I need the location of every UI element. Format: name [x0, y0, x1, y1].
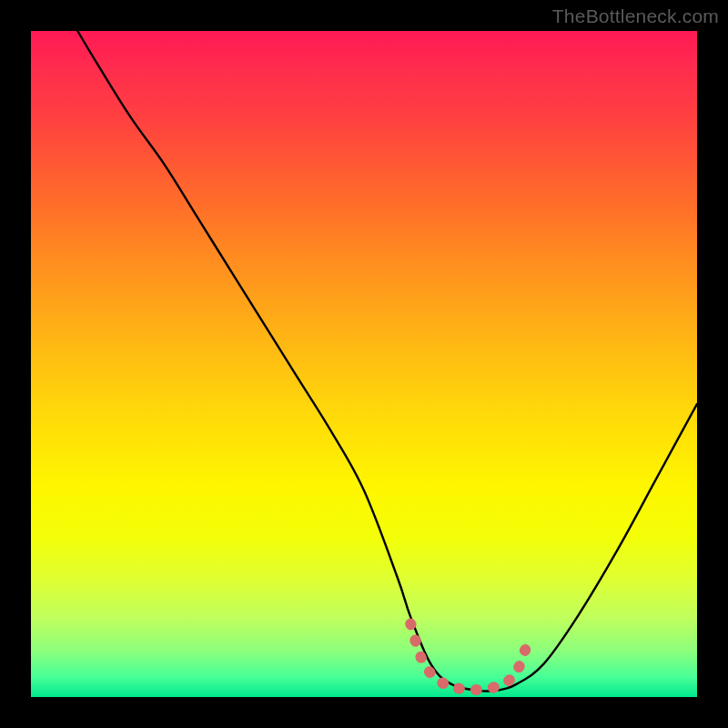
plot-area — [31, 31, 697, 697]
watermark-text: TheBottleneck.com — [552, 5, 719, 27]
bottleneck-chart-svg — [31, 31, 697, 697]
chart-frame: TheBottleneck.com — [0, 0, 728, 728]
bottleneck-curve-path — [77, 31, 697, 692]
